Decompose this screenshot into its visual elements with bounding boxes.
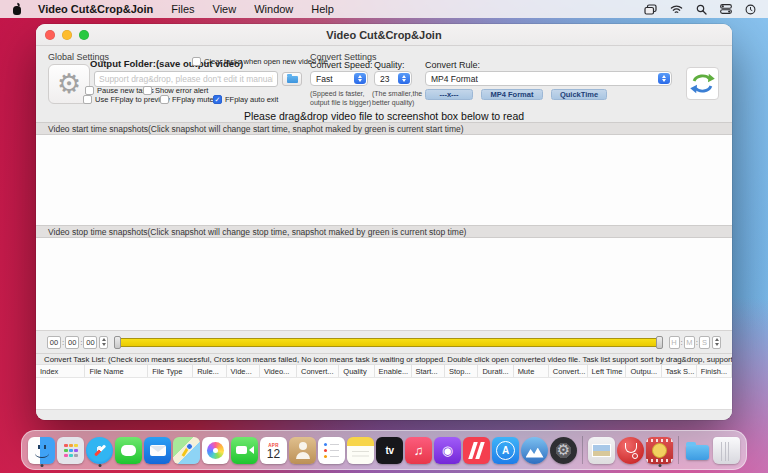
checkbox-use[interactable]: Use FFplay to preview bbox=[83, 95, 170, 104]
convert-rule-dropdown[interactable]: MP4 Format bbox=[425, 71, 672, 86]
start-snapshots-area[interactable] bbox=[36, 135, 732, 225]
checkbox-auto[interactable]: ✓FFplay auto exit bbox=[213, 95, 278, 104]
column-header-vide-[interactable]: Vide... bbox=[227, 365, 260, 377]
search-icon[interactable] bbox=[696, 4, 707, 15]
stop-snapshots-area[interactable] bbox=[36, 238, 732, 330]
time-stepper[interactable] bbox=[99, 336, 108, 349]
menu-help[interactable]: Help bbox=[311, 3, 334, 15]
mountain-app-icon[interactable] bbox=[521, 437, 548, 464]
column-header-rule-[interactable]: Rule... bbox=[193, 365, 226, 377]
dock-item-facetime[interactable] bbox=[231, 433, 258, 467]
dock-item-calendar[interactable]: APR12 bbox=[260, 433, 287, 467]
clock-icon[interactable] bbox=[745, 4, 756, 15]
finder-app-icon[interactable] bbox=[28, 437, 55, 464]
contacts-app-icon[interactable] bbox=[289, 437, 316, 464]
trash-app-icon[interactable] bbox=[713, 437, 740, 464]
timeline-slider[interactable] bbox=[114, 338, 662, 347]
tv-app-icon[interactable] bbox=[376, 437, 403, 464]
time-field[interactable]: S bbox=[699, 336, 710, 349]
mail-app-icon[interactable] bbox=[144, 437, 171, 464]
output-path-input[interactable] bbox=[94, 71, 278, 87]
podcasts-app-icon[interactable] bbox=[434, 437, 461, 464]
convert-speed-dropdown[interactable]: Fast bbox=[310, 71, 368, 86]
dock-item-sysprefs[interactable] bbox=[550, 433, 577, 467]
dock-item-mail[interactable] bbox=[144, 433, 171, 467]
time-stepper[interactable] bbox=[712, 336, 721, 349]
photos-app-icon[interactable] bbox=[202, 437, 229, 464]
music-app-icon[interactable] bbox=[405, 437, 432, 464]
dock-item-music[interactable] bbox=[405, 433, 432, 467]
rule-button-mp4-format[interactable]: MP4 Format bbox=[481, 89, 543, 100]
news-app-icon[interactable] bbox=[463, 437, 490, 464]
column-header-start-[interactable]: Start... bbox=[412, 365, 445, 377]
column-header-convert-[interactable]: Convert... bbox=[297, 365, 339, 377]
column-header-index[interactable]: Index bbox=[36, 365, 85, 377]
slider-start-thumb[interactable] bbox=[114, 336, 121, 349]
messages-app-icon[interactable] bbox=[115, 437, 142, 464]
dock-item-news[interactable] bbox=[463, 433, 490, 467]
app-menu[interactable]: Video Cut&Crop&Join bbox=[38, 3, 153, 15]
time-field[interactable]: 00 bbox=[65, 336, 79, 349]
checkbox-clear[interactable]: Clear tasks when open new video file bbox=[192, 57, 328, 66]
dock-item-launchpad[interactable] bbox=[57, 433, 84, 467]
dock-item-downloads[interactable] bbox=[684, 433, 711, 467]
dock-item-tv[interactable] bbox=[376, 433, 403, 467]
stetho-app-icon[interactable] bbox=[617, 437, 644, 464]
column-header-file-type[interactable]: File Type bbox=[148, 365, 193, 377]
browse-folder-button[interactable] bbox=[282, 72, 302, 86]
menu-view[interactable]: View bbox=[213, 3, 237, 15]
menu-files[interactable]: Files bbox=[171, 3, 194, 15]
column-header-left-time[interactable]: Left Time bbox=[588, 365, 627, 377]
task-table-body[interactable] bbox=[36, 377, 732, 409]
column-header-task-s-[interactable]: Task S... bbox=[662, 365, 697, 377]
convert-button[interactable] bbox=[686, 67, 719, 100]
column-header-enable-[interactable]: Enable... bbox=[375, 365, 412, 377]
videocut-app-icon[interactable] bbox=[646, 437, 673, 464]
dock-item-notes[interactable] bbox=[347, 433, 374, 467]
time-field[interactable]: M bbox=[684, 336, 695, 349]
dock-item-podcasts[interactable] bbox=[434, 433, 461, 467]
time-field[interactable]: H bbox=[669, 336, 680, 349]
dock-item-photoutil[interactable] bbox=[588, 433, 615, 467]
menu-window[interactable]: Window bbox=[254, 3, 293, 15]
dock-item-finder[interactable] bbox=[28, 433, 55, 467]
column-header-outpu-[interactable]: Outpu... bbox=[626, 365, 661, 377]
reminders-app-icon[interactable] bbox=[318, 437, 345, 464]
dock-item-appstore[interactable] bbox=[492, 433, 519, 467]
photoutil-app-icon[interactable] bbox=[588, 437, 615, 464]
rule-button-quicktime[interactable]: QuickTime bbox=[551, 89, 607, 100]
dock-item-photos[interactable] bbox=[202, 433, 229, 467]
time-field[interactable]: 00 bbox=[83, 336, 97, 349]
displays-icon[interactable] bbox=[644, 4, 657, 15]
column-header-file-name[interactable]: File Name bbox=[85, 365, 148, 377]
slider-end-thumb[interactable] bbox=[656, 336, 663, 349]
dock-item-contacts[interactable] bbox=[289, 433, 316, 467]
sysprefs-app-icon[interactable] bbox=[550, 437, 577, 464]
control-center-icon[interactable] bbox=[720, 4, 732, 14]
calendar-app-icon[interactable]: APR12 bbox=[260, 437, 287, 464]
column-header-quality[interactable]: Quality bbox=[339, 365, 374, 377]
checkbox-mute[interactable]: FFplay mute bbox=[160, 95, 214, 104]
apple-menu-icon[interactable] bbox=[12, 3, 22, 15]
maps-app-icon[interactable] bbox=[173, 437, 200, 464]
column-header-mute[interactable]: Mute bbox=[514, 365, 549, 377]
rule-button--x-[interactable]: ---x--- bbox=[425, 89, 473, 100]
downloads-app-icon[interactable] bbox=[684, 437, 711, 464]
dock-item-reminders[interactable] bbox=[318, 433, 345, 467]
quality-dropdown[interactable]: 23 bbox=[374, 71, 412, 86]
dock-item-videocut[interactable] bbox=[646, 433, 673, 467]
wifi-icon[interactable] bbox=[670, 4, 683, 14]
launchpad-app-icon[interactable] bbox=[57, 437, 84, 464]
column-header-durati-[interactable]: Durati... bbox=[478, 365, 513, 377]
notes-app-icon[interactable] bbox=[347, 437, 374, 464]
checkbox-show[interactable]: Show error alert bbox=[143, 86, 208, 95]
time-field[interactable]: 00 bbox=[47, 336, 61, 349]
facetime-app-icon[interactable] bbox=[231, 437, 258, 464]
dock-item-stetho[interactable] bbox=[617, 433, 644, 467]
dock-item-safari[interactable] bbox=[86, 433, 113, 467]
dock-item-maps[interactable] bbox=[173, 433, 200, 467]
appstore-app-icon[interactable] bbox=[492, 437, 519, 464]
column-header-stop-[interactable]: Stop... bbox=[445, 365, 478, 377]
safari-app-icon[interactable] bbox=[86, 437, 113, 464]
column-header-convert-[interactable]: Convert... bbox=[549, 365, 588, 377]
